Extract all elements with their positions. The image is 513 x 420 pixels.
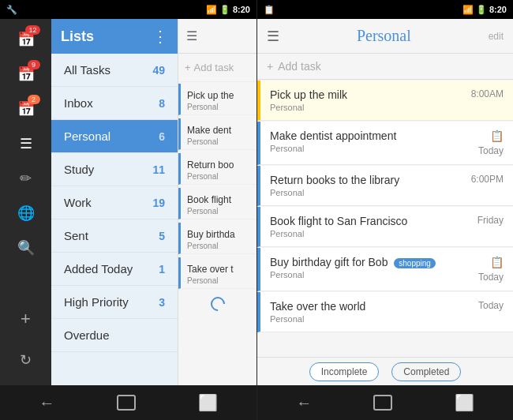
sidebar-add-button[interactable]: + [7,302,45,336]
personal-title: Personal [357,27,411,45]
battery-icon-right: 🔋 [476,5,487,15]
scroll-dot-icon [208,294,227,313]
task-item-3[interactable]: Book flight to San Francisco Personal Fr… [257,207,513,247]
lists-title: Lists [61,28,94,45]
add-task-preview-button[interactable]: + Add task [178,54,256,82]
wifi-icon: 📶 [206,5,217,15]
badge-calendar1: 12 [25,25,39,35]
task-item-4[interactable]: Buy birthday gift for Bob shopping Perso… [257,248,513,291]
status-right-icons: 📶 🔋 8:20 [206,5,250,15]
badge-calendar2: 9 [28,60,40,69]
notification-icon: 📋 [264,5,275,15]
sidebar-icon-search[interactable]: 🔍 [7,231,45,265]
time-display-right: 8:20 [489,5,507,14]
wrench-icon: 🔧 [6,5,17,15]
list-item-high-priority[interactable]: High Priority 3 [51,286,178,319]
task-item-0[interactable]: Pick up the milk Personal 8:00AM [257,81,513,121]
bottom-tabs: Incomplete Completed [257,357,513,385]
note-icon-1: 📋 [490,129,504,142]
hamburger-right-icon[interactable]: ☰ [267,28,279,45]
sidebar-bottom: + ↻ [7,302,45,385]
recent-button-left[interactable]: ⬜ [182,388,234,417]
hamburger-icon: ☰ [186,28,197,43]
lists-container: All Tasks 49 Inbox 8 Personal 6 Study 11 [51,54,178,385]
preview-task-4[interactable]: Buy birthda Personal [178,223,256,254]
list-item-work[interactable]: Work 19 [51,186,178,219]
pencil-icon: ✏ [20,170,32,187]
list-item-all-tasks[interactable]: All Tasks 49 [51,54,178,87]
tasks-list: Pick up the milk Personal 8:00AM Make de… [257,80,513,357]
preview-task-2[interactable]: Return boo Personal [178,153,256,185]
recent-button-right[interactable]: ⬜ [439,388,490,417]
list-item-personal[interactable]: Personal 6 [51,120,178,153]
note-icon-4: 📋 [490,256,504,268]
list-item-inbox[interactable]: Inbox 8 [51,87,178,120]
left-phone: 🔧 📶 🔋 8:20 📅 12 📅 9 📅 [0,0,256,420]
preview-task-1[interactable]: Make dent Personal [178,118,256,150]
task-preview-panel: ☰ + Add task Pick up the Personal Make d… [178,19,256,385]
right-main-content: ☰ Personal edit + Add task Pick up the m… [257,19,513,385]
battery-icon: 🔋 [219,5,230,15]
search-icon: 🔍 [17,239,35,257]
lists-more-button[interactable]: ⋮ [152,27,168,46]
sync-icon: ↻ [20,351,32,369]
edit-button[interactable]: edit [489,31,504,42]
task-item-5[interactable]: Take over the world Personal Today [257,292,513,332]
task-preview-header: ☰ [178,19,256,54]
globe-icon: 🌐 [17,204,35,222]
incomplete-tab[interactable]: Incomplete [309,362,380,381]
time-display: 8:20 [233,5,250,14]
left-main-content: 📅 12 📅 9 📅 2 ☰ ✏ 🌐 [0,19,256,385]
shopping-tag: shopping [394,258,436,268]
list-item-added-today[interactable]: Added Today 1 [51,253,178,286]
badge-calendar3: 2 [28,95,40,104]
back-button-right[interactable]: ← [280,389,328,417]
nav-bar-left: ← ⬜ [0,385,256,420]
sidebar-icon-calendar3[interactable]: 📅 2 [7,92,45,126]
home-button-left[interactable] [117,395,136,411]
back-button-left[interactable]: ← [23,389,70,417]
preview-task-3[interactable]: Book flight Personal [178,188,256,219]
completed-tab[interactable]: Completed [391,362,461,381]
sidebar-icon-calendar1[interactable]: 📅 12 [7,22,45,57]
lists-panel: Lists ⋮ All Tasks 49 Inbox 8 Personal 6 [51,19,178,385]
status-right-left-icons: 📋 [264,5,275,15]
sidebar-icon-calendar2[interactable]: 📅 9 [7,57,45,92]
status-left-icons: 🔧 [6,5,17,15]
sidebar-icon-globe[interactable]: 🌐 [7,196,45,231]
preview-task-0[interactable]: Pick up the Personal [178,84,256,115]
sidebar: 📅 12 📅 9 📅 2 ☰ ✏ 🌐 [0,19,51,385]
wifi-icon-right: 📶 [462,5,474,15]
sidebar-icon-pencil[interactable]: ✏ [7,161,45,196]
task-item-1[interactable]: Make dentist appointment Personal 📋 Toda… [257,122,513,165]
status-right-right-icons: 📶 🔋 8:20 [462,5,507,15]
plus-add-icon: + [267,60,273,73]
nav-bar-right: ← ⬜ [257,385,513,420]
lists-header: Lists ⋮ [51,19,178,54]
preview-task-5[interactable]: Take over t Personal [178,257,256,289]
home-button-right[interactable] [373,395,392,411]
right-phone: 📋 📶 🔋 8:20 ☰ Personal edit + Add task [256,0,513,420]
status-bar-right: 📋 📶 🔋 8:20 [257,0,513,19]
list-icon: ☰ [20,135,32,152]
list-item-overdue[interactable]: Overdue [51,319,178,352]
sidebar-icon-list[interactable]: ☰ [7,126,45,161]
add-icon: + [21,309,31,329]
scroll-indicator [178,291,256,317]
task-item-2[interactable]: Return books to the library Personal 6:0… [257,166,513,206]
status-bar-left: 🔧 📶 🔋 8:20 [0,0,256,19]
plus-icon: + [185,62,191,73]
sidebar-sync-button[interactable]: ↻ [7,343,45,377]
right-header: ☰ Personal edit [257,19,513,54]
add-task-bar[interactable]: + Add task [257,54,513,80]
list-item-sent[interactable]: Sent 5 [51,219,178,253]
list-item-study[interactable]: Study 11 [51,153,178,186]
